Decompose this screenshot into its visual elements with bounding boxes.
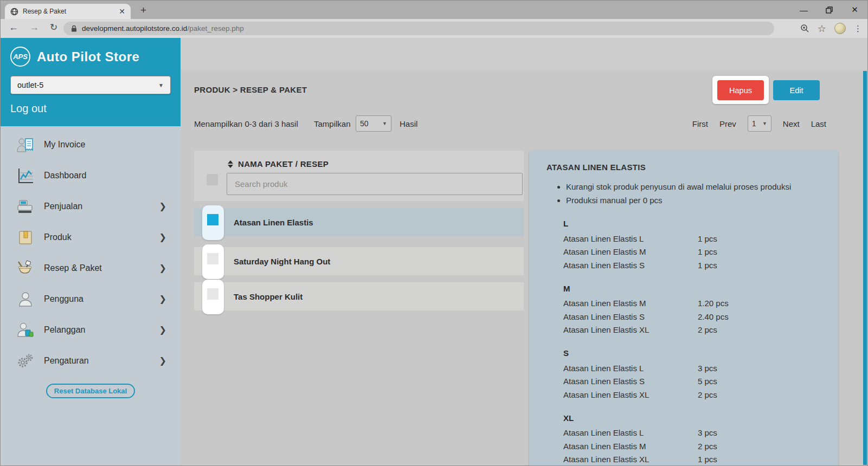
pagination: First Prev 1 ▼ Next Last bbox=[692, 115, 826, 132]
sidebar-menu: My Invoice Dashboard Penjualan ❯ Produk … bbox=[1, 126, 181, 465]
browser-tab[interactable]: Resep & Paket ✕ bbox=[5, 4, 131, 19]
results-summary: Menampilkan 0-3 dari 3 hasil bbox=[194, 119, 298, 128]
table-row[interactable]: Tas Shopper Kulit bbox=[194, 282, 524, 310]
sidebar-item-my-invoice[interactable]: My Invoice bbox=[1, 129, 181, 160]
hapus-button[interactable]: Hapus bbox=[717, 80, 764, 100]
size-group-l: L Atasan Linen Elastis L1 pcs Atasan Lin… bbox=[563, 219, 825, 272]
component-item: Atasan Linen Elastis M1 pcs bbox=[563, 245, 825, 259]
gears-icon bbox=[16, 353, 35, 369]
table-row[interactable]: Saturday Night Hang Out bbox=[194, 247, 524, 275]
checkbox-strip bbox=[202, 280, 224, 314]
zoom-icon[interactable] bbox=[800, 24, 809, 33]
component-item: Atasan Linen Elastis L1 pcs bbox=[563, 232, 825, 245]
component-item: Atasan Linen Elastis L3 pcs bbox=[563, 361, 825, 375]
browser-menu-icon[interactable]: ⋮ bbox=[854, 24, 862, 34]
sidebar-item-pengaturan[interactable]: Pengaturan ❯ bbox=[1, 345, 181, 376]
window-minimize-button[interactable]: — bbox=[791, 1, 816, 19]
sidebar-header: APS Auto Pilot Store outlet-5 ▼ Log out bbox=[1, 38, 181, 126]
user-icon bbox=[16, 291, 35, 307]
sidebar-item-penjualan[interactable]: Penjualan ❯ bbox=[1, 191, 181, 222]
pagination-first[interactable]: First bbox=[692, 119, 708, 128]
page-number-select[interactable]: 1 ▼ bbox=[748, 115, 771, 132]
customer-icon bbox=[16, 322, 35, 338]
component-item: Atasan Linen Elastis XL1 pcs bbox=[563, 453, 825, 466]
bookmark-star-icon[interactable]: ☆ bbox=[818, 23, 826, 35]
edit-button[interactable]: Edit bbox=[773, 80, 820, 100]
window-restore-button[interactable] bbox=[816, 1, 842, 19]
chevron-down-icon: ▼ bbox=[158, 82, 164, 88]
size-group-xl: XL Atasan Linen Elastis L3 pcs Atasan Li… bbox=[563, 413, 825, 466]
component-item: Atasan Linen Elastis S5 pcs bbox=[563, 375, 825, 389]
checkbox-strip bbox=[202, 205, 224, 240]
detail-note: Produksi manual per 0 pcs bbox=[566, 193, 825, 207]
size-group-m: M Atasan Linen Elastis M1.20 pcs Atasan … bbox=[563, 284, 825, 337]
top-band bbox=[181, 38, 867, 70]
page-number-value: 1 bbox=[752, 119, 756, 128]
size-label: L bbox=[563, 219, 825, 228]
chevron-right-icon: ❯ bbox=[159, 263, 166, 273]
detail-title: ATASAN LINEN ELASTIS bbox=[546, 163, 825, 172]
lock-icon bbox=[71, 25, 77, 32]
main-content: PRODUK > RESEP & PAKET Hapus Edit Menamp… bbox=[181, 38, 867, 465]
component-item: Atasan Linen Elastis XL2 pcs bbox=[563, 388, 825, 402]
window-close-button[interactable]: ✕ bbox=[842, 1, 867, 19]
chevron-down-icon: ▼ bbox=[762, 121, 767, 126]
size-label: M bbox=[563, 284, 825, 293]
pagination-next[interactable]: Next bbox=[783, 119, 800, 128]
brand-title: Auto Pilot Store bbox=[37, 49, 139, 64]
row-checkbox-checked[interactable] bbox=[207, 214, 218, 225]
detail-notes: Kurangi stok produk penyusun di awal mel… bbox=[546, 180, 825, 207]
size-group-s: S Atasan Linen Elastis L3 pcs Atasan Lin… bbox=[563, 348, 825, 402]
row-name: Tas Shopper Kulit bbox=[234, 282, 303, 310]
breadcrumb: PRODUK > RESEP & PAKET bbox=[194, 85, 307, 94]
package-table: NAMA PAKET / RESEP Atasan Linen Elastis … bbox=[194, 151, 524, 201]
sort-icon[interactable] bbox=[228, 160, 233, 168]
sidebar-item-pengguna[interactable]: Pengguna ❯ bbox=[1, 283, 181, 314]
box-icon bbox=[16, 229, 35, 245]
component-item: Atasan Linen Elastis XL2 pcs bbox=[563, 323, 825, 337]
chevron-right-icon: ❯ bbox=[159, 232, 166, 242]
sidebar-item-produk[interactable]: Produk ❯ bbox=[1, 222, 181, 253]
component-item: Atasan Linen Elastis S2.40 pcs bbox=[563, 310, 825, 323]
search-input[interactable] bbox=[227, 173, 523, 195]
row-checkbox[interactable] bbox=[207, 253, 218, 264]
sidebar-item-pelanggan[interactable]: Pelanggan ❯ bbox=[1, 314, 181, 345]
reset-database-button[interactable]: Reset Database Lokal bbox=[46, 384, 135, 398]
profile-avatar[interactable] bbox=[834, 23, 846, 34]
page-size-select[interactable]: 50 ▼ bbox=[356, 115, 391, 132]
row-name: Saturday Night Hang Out bbox=[234, 247, 330, 275]
new-tab-button[interactable]: + bbox=[140, 4, 146, 16]
pagination-prev[interactable]: Prev bbox=[719, 119, 736, 128]
forward-icon[interactable]: → bbox=[29, 22, 39, 33]
url-text: development.autopilotstore.co.id/paket_r… bbox=[82, 24, 244, 33]
logout-link[interactable]: Log out bbox=[10, 102, 171, 115]
checkbox-strip bbox=[202, 244, 224, 279]
chevron-down-icon: ▼ bbox=[382, 121, 387, 126]
page-scrollbar[interactable] bbox=[863, 71, 867, 465]
reload-icon[interactable]: ↻ bbox=[50, 22, 57, 33]
sidebar-item-resep-paket[interactable]: Resep & Paket ❯ bbox=[1, 253, 181, 283]
favicon-globe-icon bbox=[10, 8, 18, 16]
browser-tab-strip: Resep & Paket ✕ + — ✕ bbox=[1, 1, 867, 19]
select-all-checkbox[interactable] bbox=[207, 174, 218, 185]
show-suffix: Hasil bbox=[400, 119, 417, 128]
row-name: Atasan Linen Elastis bbox=[234, 208, 313, 236]
sidebar: APS Auto Pilot Store outlet-5 ▼ Log out … bbox=[1, 38, 181, 465]
chevron-right-icon: ❯ bbox=[159, 294, 166, 304]
sidebar-item-dashboard[interactable]: Dashboard bbox=[1, 160, 181, 191]
component-item: Atasan Linen Elastis L3 pcs bbox=[563, 426, 825, 440]
component-item: Atasan Linen Elastis S1 pcs bbox=[563, 258, 825, 272]
url-bar[interactable]: development.autopilotstore.co.id/paket_r… bbox=[63, 22, 774, 35]
cash-register-icon bbox=[16, 198, 35, 215]
chevron-right-icon: ❯ bbox=[159, 325, 166, 335]
table-row[interactable]: Atasan Linen Elastis bbox=[194, 208, 524, 236]
row-checkbox[interactable] bbox=[207, 288, 218, 300]
back-icon[interactable]: ← bbox=[9, 22, 18, 33]
outlet-select[interactable]: outlet-5 ▼ bbox=[10, 76, 171, 94]
tab-close-icon[interactable]: ✕ bbox=[119, 8, 125, 15]
chevron-right-icon: ❯ bbox=[159, 201, 166, 211]
size-label: XL bbox=[563, 413, 825, 423]
column-header[interactable]: NAMA PAKET / RESEP bbox=[238, 159, 329, 169]
mortar-icon bbox=[16, 260, 35, 276]
pagination-last[interactable]: Last bbox=[811, 119, 826, 128]
